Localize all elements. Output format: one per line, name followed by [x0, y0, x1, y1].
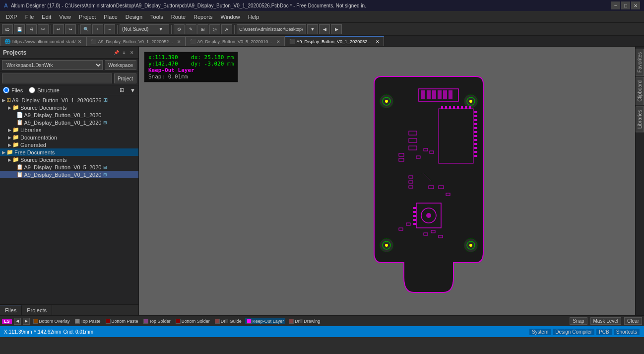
- status-system-btn[interactable]: System: [529, 328, 551, 336]
- sidebar-close-button[interactable]: ✕: [129, 49, 135, 56]
- tree-item-libraries[interactable]: ▶ 📁 Libraries: [0, 126, 138, 134]
- menu-project[interactable]: Project: [75, 11, 100, 22]
- drill-drawing-label: Drill Drawing: [295, 319, 320, 324]
- svg-rect-27: [474, 139, 477, 141]
- view-tab-files[interactable]: Files: [3, 87, 23, 93]
- menu-route[interactable]: Route: [167, 11, 190, 22]
- svg-rect-62: [413, 219, 416, 221]
- toolbar-btn-11[interactable]: ⊞: [197, 24, 208, 34]
- mask-level-button[interactable]: Mask Level: [590, 317, 622, 325]
- svg-rect-33: [445, 106, 447, 109]
- toolbar-btn-4[interactable]: ✂: [38, 24, 49, 34]
- layer-bar-right: Snap Mask Level Clear: [570, 317, 642, 325]
- menu-file[interactable]: File: [21, 11, 38, 22]
- layer-item-top-paste[interactable]: Top Paste: [73, 318, 102, 324]
- menu-edit[interactable]: Edit: [38, 11, 55, 22]
- layer-item-bottom-overlay[interactable]: Bottom Overlay: [32, 318, 71, 324]
- path-dropdown[interactable]: C:\Users\Administrator\Desktop\: [237, 24, 306, 34]
- status-bar: X:111.39mm Y:142.62mm Grid: 0.01mm Syste…: [0, 326, 644, 337]
- tab-pcb2[interactable]: ⬛ A9_Display_Button_V0_5_20200106.PcbDoc…: [186, 36, 285, 46]
- tree-item-project-root[interactable]: ▶ ⊞ A9_Display_Button_V0_1_20200526 ⊞: [0, 96, 138, 104]
- toolbar-btn-9[interactable]: −: [104, 24, 115, 34]
- view-chevron-icon[interactable]: ▼: [130, 87, 135, 93]
- right-tab-clipboard[interactable]: Clipboard: [636, 77, 644, 105]
- right-tab-favorites[interactable]: Favorites: [636, 49, 644, 76]
- close-button[interactable]: ✕: [631, 1, 640, 9]
- toolbar-compile[interactable]: ⚙: [174, 24, 185, 34]
- layer-item-drill-drawing[interactable]: Drill Drawing: [287, 318, 322, 324]
- view-options-icon[interactable]: ⊞: [120, 87, 124, 93]
- layer-prev-btn[interactable]: ◀: [14, 318, 21, 325]
- toolbar-sep-3: [117, 25, 118, 34]
- canvas-area[interactable]: x:111.390 dx: 25.180 mm y:142.470 dy: -3…: [139, 47, 635, 315]
- minimize-button[interactable]: −: [611, 1, 620, 9]
- project-icon: ⊞: [6, 97, 11, 103]
- tree-item-pcb-v5[interactable]: 📋 A9_Display_Button_V0_5_2020 ⊞: [0, 163, 138, 171]
- tree-item-source-docs[interactable]: ▶ 📁 Source Documents: [0, 104, 138, 111]
- right-tab-libraries[interactable]: Libraries: [636, 106, 644, 132]
- maximize-button[interactable]: □: [621, 1, 630, 9]
- sidebar-tab-projects[interactable]: Projects: [22, 305, 52, 315]
- sidebar-menu-button[interactable]: ≡: [121, 49, 128, 56]
- menu-dxp[interactable]: DXP: [2, 11, 21, 22]
- toolbar-btn-12[interactable]: ◎: [209, 24, 220, 34]
- workspace-dropdown[interactable]: Workspace1.DsnWrk: [2, 60, 103, 70]
- toolbar-btn-13[interactable]: A: [221, 24, 232, 34]
- tree-item-generated[interactable]: ▶ 📁 Generated: [0, 141, 138, 148]
- status-coords: X:111.39mm Y:142.62mm: [4, 329, 61, 335]
- tree-item-file1[interactable]: 📄 A9_Display_Button_V0_1_2020: [0, 111, 138, 119]
- sidebar-tab-files[interactable]: Files: [0, 305, 22, 315]
- menu-window[interactable]: Window: [217, 11, 244, 22]
- toolbar-btn-7[interactable]: 🔍: [80, 24, 91, 34]
- layer-next-btn[interactable]: ▶: [23, 318, 30, 325]
- toolbar-forward[interactable]: ▶: [331, 24, 342, 34]
- project-button[interactable]: Project: [114, 73, 136, 83]
- toolbar-btn-3[interactable]: 🖨: [26, 24, 37, 34]
- layer-item-bottom-solder[interactable]: Bottom Solder: [174, 318, 211, 324]
- menu-design[interactable]: Design: [122, 11, 146, 22]
- toolbar-btn-2[interactable]: 💾: [14, 24, 25, 34]
- toolbar-btn-10[interactable]: ✎: [186, 24, 196, 34]
- toolbar-btn-5[interactable]: ↩: [53, 24, 64, 34]
- app-icon: A: [4, 2, 8, 8]
- view-tab-structure[interactable]: Structure: [29, 87, 60, 93]
- menu-tools[interactable]: Tools: [146, 11, 167, 22]
- status-shortcuts-btn[interactable]: Shortcuts: [613, 328, 640, 336]
- tab-pcb1[interactable]: ⬛ A9_Display_Button_V0_1_20200526.PcbDoc…: [86, 36, 186, 46]
- snap-button[interactable]: Snap: [570, 317, 587, 325]
- svg-rect-28: [474, 143, 477, 145]
- pcb-svg: [359, 74, 498, 297]
- tree-item-pcb1[interactable]: 📋 A9_Display_Button_V0_1_2020 ⊞: [0, 119, 138, 126]
- tree-item-documentation[interactable]: ▶ 📁 Documentation: [0, 134, 138, 141]
- layer-item-keep-out[interactable]: Keep-Out Layer: [245, 318, 286, 324]
- top-solder-label: Top Solder: [149, 319, 171, 324]
- title-bar-controls: − □ ✕: [611, 1, 640, 9]
- tree-item-source-docs2[interactable]: ▶ 📁 Source Documents: [0, 156, 138, 163]
- layer-item-bottom-paste[interactable]: Bottom Paste: [104, 318, 140, 324]
- menu-view[interactable]: View: [55, 11, 75, 22]
- tree-item-free-docs[interactable]: ▶ 📁 Free Documents: [0, 148, 138, 156]
- tab-pcb3-active[interactable]: ⬛ A9_Display_Button_V0_1_20200526.PcbDoc…: [285, 36, 384, 46]
- status-pcb-btn[interactable]: PCB: [596, 328, 612, 336]
- layer-item-top-solder[interactable]: Top Solder: [142, 318, 172, 324]
- menu-help[interactable]: Help: [244, 11, 263, 22]
- tree-item-pcb-v1-active[interactable]: 📋 A9_Display_Button_V0_1_2020 ⊞: [0, 171, 138, 178]
- tab-web[interactable]: 🌐 https://www.altium.com/ad-start/ ✕: [0, 36, 86, 46]
- layer-item-drill-guide[interactable]: Drill Guide: [213, 318, 243, 324]
- toolbar-btn-6[interactable]: ↪: [65, 24, 76, 34]
- toolbar-back[interactable]: ◀: [319, 24, 330, 34]
- sidebar-pin-button[interactable]: 📌: [113, 49, 120, 56]
- toolbar-btn-1[interactable]: 🗁: [2, 24, 13, 34]
- workspace-button[interactable]: Workspace: [105, 60, 136, 70]
- pcb-icon-1: 📋: [16, 119, 23, 126]
- svg-rect-59: [413, 207, 416, 209]
- status-design-compiler-btn[interactable]: Design Compiler: [552, 328, 595, 336]
- toolbar-btn-8[interactable]: +: [92, 24, 103, 34]
- tree-item-file1-label: A9_Display_Button_V0_1_2020: [24, 112, 102, 118]
- menu-reports[interactable]: Reports: [190, 11, 217, 22]
- menu-place[interactable]: Place: [100, 11, 122, 22]
- toolbar-nav[interactable]: ▼: [307, 24, 318, 34]
- project-search-input[interactable]: [2, 73, 112, 83]
- clear-button[interactable]: Clear: [624, 317, 642, 325]
- not-saved-dropdown[interactable]: (Not Saved) ▼: [120, 24, 169, 34]
